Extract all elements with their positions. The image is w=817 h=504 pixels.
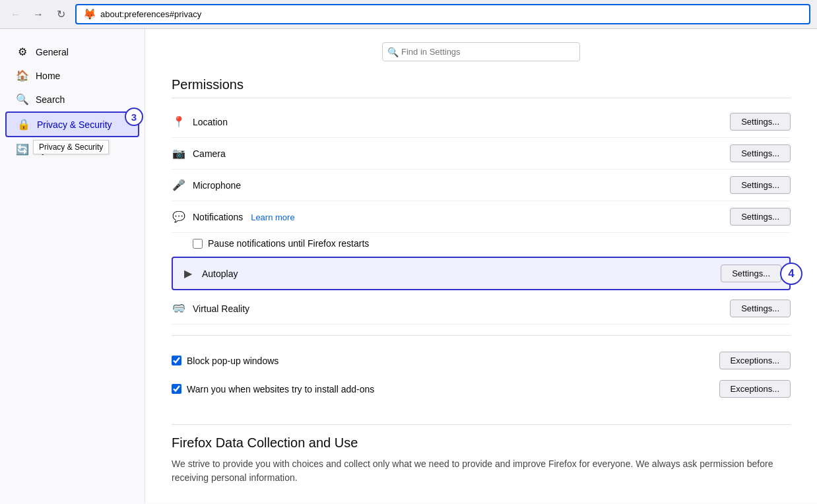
notifications-label: Notifications Learn more xyxy=(193,212,730,222)
vr-label: Virtual Reality xyxy=(193,303,730,314)
block-popups-exceptions-button[interactable]: Exceptions... xyxy=(719,352,791,369)
sidebar-item-label: Search xyxy=(36,94,65,105)
permission-microphone: 🎤 Microphone Settings... xyxy=(172,170,791,201)
permission-notifications: 💬 Notifications Learn more Settings... xyxy=(172,201,791,233)
block-popups-checkbox[interactable] xyxy=(172,356,181,365)
forward-button[interactable]: → xyxy=(29,5,48,24)
location-label: Location xyxy=(193,117,730,127)
firefox-logo-icon: 🦊 xyxy=(83,8,96,20)
autoplay-settings-button[interactable]: Settings... xyxy=(721,265,781,282)
lock-icon: 🔒 xyxy=(17,118,30,131)
sidebar-item-home[interactable]: 🏠 Home xyxy=(5,64,139,87)
sidebar-item-label: Privacy & Security xyxy=(37,119,112,130)
main-content: 🔍 Permissions 📍 Location Settings... 📷 C… xyxy=(145,29,817,503)
settings-search-section: 🔍 xyxy=(172,42,791,61)
vr-settings-button[interactable]: Settings... xyxy=(730,299,791,317)
warn-addons-label: Warn you when websites try to install ad… xyxy=(187,384,719,394)
data-collection-text: We strive to provide you with choices an… xyxy=(172,457,791,485)
camera-icon: 📷 xyxy=(172,147,186,160)
sidebar: ⚙ General 🏠 Home 🔍 Search 🔒 Privacy & Se… xyxy=(0,29,145,503)
notifications-learn-more-link[interactable]: Learn more xyxy=(251,212,294,222)
pause-notifications-row: Pause notifications until Firefox restar… xyxy=(172,233,791,254)
warn-addons-exceptions-button[interactable]: Exceptions... xyxy=(719,380,791,398)
notifications-settings-button[interactable]: Settings... xyxy=(730,208,791,226)
location-icon: 📍 xyxy=(172,115,186,128)
location-settings-button[interactable]: Settings... xyxy=(730,113,791,131)
permission-camera: 📷 Camera Settings... xyxy=(172,138,791,170)
permissions-title: Permissions xyxy=(172,77,791,98)
data-collection-title: Firefox Data Collection and Use xyxy=(172,435,791,451)
sidebar-item-general[interactable]: ⚙ General xyxy=(5,40,139,63)
general-icon: ⚙ xyxy=(16,46,29,58)
microphone-settings-button[interactable]: Settings... xyxy=(730,176,791,194)
address-bar[interactable]: 🦊 about:preferences#privacy xyxy=(75,4,810,24)
reload-button[interactable]: ↻ xyxy=(51,5,70,24)
home-icon: 🏠 xyxy=(16,69,29,82)
nav-buttons: ← → ↻ xyxy=(7,5,70,24)
app-layout: ⚙ General 🏠 Home 🔍 Search 🔒 Privacy & Se… xyxy=(0,29,817,503)
search-input[interactable] xyxy=(382,42,580,61)
search-nav-icon: 🔍 xyxy=(16,93,29,106)
camera-settings-button[interactable]: Settings... xyxy=(730,144,791,162)
permission-autoplay: ▶ Autoplay Settings... xyxy=(172,257,791,290)
sidebar-item-label: Home xyxy=(36,71,60,81)
sidebar-item-search[interactable]: 🔍 Search xyxy=(5,88,139,111)
block-popups-label: Block pop-up windows xyxy=(187,356,719,366)
badge-3: 3 xyxy=(125,108,143,126)
permission-virtual-reality: 🥽 Virtual Reality Settings... xyxy=(172,293,791,325)
warn-addons-row: Warn you when websites try to install ad… xyxy=(172,375,791,403)
vr-icon: 🥽 xyxy=(172,302,186,315)
sync-icon: 🔄 xyxy=(16,143,29,156)
address-text: about:preferences#privacy xyxy=(100,9,802,19)
sidebar-item-privacy[interactable]: 🔒 Privacy & Security 3 Privacy & Securit… xyxy=(5,111,139,137)
badge-4: 4 xyxy=(780,263,802,285)
microphone-label: Microphone xyxy=(193,180,730,191)
permission-location: 📍 Location Settings... xyxy=(172,106,791,138)
camera-label: Camera xyxy=(193,148,730,159)
back-button[interactable]: ← xyxy=(7,5,25,24)
warn-addons-checkbox[interactable] xyxy=(172,384,181,394)
autoplay-icon: ▶ xyxy=(181,267,195,280)
block-popups-row: Block pop-up windows Exceptions... xyxy=(172,346,791,375)
sidebar-item-label: General xyxy=(36,47,69,57)
microphone-icon: 🎤 xyxy=(172,179,186,191)
pause-notifications-checkbox[interactable] xyxy=(193,239,203,249)
search-input-wrap: 🔍 xyxy=(382,42,580,61)
divider-1 xyxy=(172,335,791,336)
search-icon: 🔍 xyxy=(387,47,399,57)
autoplay-highlighted-wrap: ▶ Autoplay Settings... 4 xyxy=(172,257,791,290)
data-collection-section: Firefox Data Collection and Use We striv… xyxy=(172,424,791,485)
privacy-tooltip: Privacy & Security xyxy=(33,140,109,154)
browser-chrome: ← → ↻ 🦊 about:preferences#privacy xyxy=(0,0,817,29)
notifications-icon: 💬 xyxy=(172,210,186,223)
autoplay-label: Autoplay xyxy=(202,268,721,279)
pause-notifications-label: Pause notifications until Firefox restar… xyxy=(208,238,369,249)
